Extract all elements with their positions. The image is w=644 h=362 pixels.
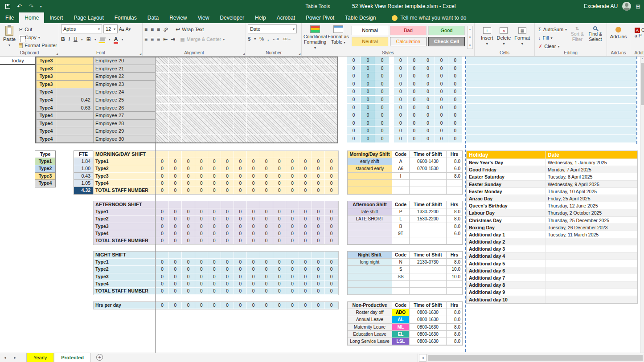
- grid-cell[interactable]: 0: [247, 266, 260, 273]
- increase-font-size-button[interactable]: A▴: [119, 27, 124, 32]
- gallery-down-button[interactable]: ▾: [469, 36, 471, 39]
- grid-cell[interactable]: 0: [182, 158, 195, 165]
- grid-cell[interactable]: 0: [208, 288, 221, 295]
- employee-type-cell[interactable]: Type3: [37, 65, 56, 73]
- code-table-header-cell[interactable]: Code: [392, 201, 410, 208]
- employee-name-cell[interactable]: Employee 21: [94, 65, 156, 73]
- grid-cell[interactable]: 0: [325, 173, 338, 180]
- shift-hrs-cell[interactable]: [447, 187, 463, 194]
- fte-total-cell[interactable]: 4.32: [74, 187, 93, 194]
- grid-cell[interactable]: 0: [221, 230, 234, 237]
- empty-cell-band[interactable]: [466, 111, 636, 119]
- grid-cell[interactable]: 0: [421, 104, 435, 112]
- grid-cell[interactable]: 0: [299, 223, 312, 230]
- employee-type-cell[interactable]: Type4: [37, 135, 56, 143]
- grid-cell[interactable]: 0: [156, 288, 169, 295]
- cut-button[interactable]: ✂ Cut: [19, 25, 57, 33]
- code-table-header-cell[interactable]: Hrs: [447, 151, 463, 158]
- grid-cell[interactable]: 0: [273, 281, 286, 288]
- grid-cell[interactable]: 0: [156, 259, 169, 266]
- grid-cell[interactable]: [221, 201, 234, 208]
- grid-cell[interactable]: 0: [286, 165, 299, 172]
- grid-cell[interactable]: [299, 201, 312, 208]
- save-icon[interactable]: [5, 4, 10, 9]
- grid-cell[interactable]: 0: [208, 173, 221, 180]
- code-table-header-cell[interactable]: Code: [392, 151, 410, 158]
- grid-cell[interactable]: 0: [208, 273, 221, 281]
- grid-cell[interactable]: 0: [169, 273, 182, 281]
- shift-time-cell[interactable]: 0800-1630: [410, 338, 447, 345]
- grid-cell[interactable]: [299, 252, 312, 259]
- employee-type-cell[interactable]: Type4: [37, 120, 56, 128]
- grid-cell[interactable]: 0: [234, 230, 247, 237]
- font-size-combobox[interactable]: 12▾: [103, 24, 118, 33]
- font-name-combobox[interactable]: Aptos▾: [61, 24, 102, 33]
- grid-cell[interactable]: 0: [260, 281, 273, 288]
- shift-hrs-cell[interactable]: 8.0: [447, 316, 463, 323]
- grid-cell[interactable]: 0: [182, 281, 195, 288]
- grid-cell[interactable]: 0: [247, 259, 260, 266]
- underline-button[interactable]: U: [74, 36, 78, 42]
- grid-cell[interactable]: 0: [234, 165, 247, 172]
- code-table-header-cell[interactable]: Hrs: [447, 302, 463, 309]
- grid-cell[interactable]: 0: [247, 180, 260, 187]
- grid-cell[interactable]: [273, 201, 286, 208]
- shift-name-cell[interactable]: [348, 223, 392, 230]
- grid-cell[interactable]: [260, 252, 273, 259]
- grid-cell[interactable]: 0: [208, 180, 221, 187]
- grid-cell[interactable]: 0: [325, 259, 338, 266]
- grid-cell[interactable]: 0: [286, 281, 299, 288]
- grid-cell[interactable]: 0: [347, 119, 361, 127]
- grid-cell[interactable]: 0: [260, 259, 273, 266]
- grid-cell[interactable]: 0: [286, 223, 299, 230]
- grid-cell[interactable]: 0: [247, 288, 260, 295]
- align-right-button[interactable]: ≡: [157, 36, 160, 42]
- grid-cell[interactable]: 0: [347, 57, 361, 65]
- find-select-button[interactable]: Find & Select: [588, 25, 603, 50]
- shift-code-cell[interactable]: ADO: [392, 309, 410, 316]
- grid-cell[interactable]: 0: [169, 259, 182, 266]
- grid-cell[interactable]: 0: [361, 111, 375, 119]
- afternoon-row-label[interactable]: Type4: [94, 230, 156, 237]
- underline-options-icon[interactable]: ▾: [81, 37, 83, 41]
- grid-cell[interactable]: 0: [273, 230, 286, 237]
- holiday-date-cell[interactable]: Wednesday, 1 January 2025: [546, 159, 637, 166]
- decrease-indent-button[interactable]: ⇤: [163, 36, 168, 42]
- grid-cell[interactable]: 0: [286, 266, 299, 273]
- grid-cell[interactable]: 0: [408, 80, 422, 88]
- grid-cell[interactable]: 0: [299, 302, 312, 309]
- grid-cell[interactable]: 0: [408, 119, 422, 127]
- grid-cell[interactable]: 0: [347, 72, 361, 80]
- grid-cell[interactable]: 0: [435, 80, 449, 88]
- wrap-text-button[interactable]: ↩ Wrap Text: [176, 26, 204, 33]
- grid-cell[interactable]: 0: [273, 302, 286, 309]
- grid-cell[interactable]: [221, 252, 234, 259]
- align-left-button[interactable]: ≡: [144, 36, 148, 42]
- shift-hrs-cell[interactable]: 8.0: [447, 259, 463, 266]
- grid-cell[interactable]: 0: [260, 180, 273, 187]
- grid-cell[interactable]: 0: [260, 187, 273, 194]
- new-sheet-button[interactable]: +: [96, 354, 103, 361]
- grid-cell[interactable]: [247, 252, 260, 259]
- employee-name-cell[interactable]: Employee 20: [94, 57, 156, 65]
- grid-cell[interactable]: 0: [361, 135, 375, 143]
- grid-cell[interactable]: 0: [448, 72, 462, 80]
- grid-cell[interactable]: 0: [361, 119, 375, 127]
- grid-cell[interactable]: 0: [299, 216, 312, 223]
- grid-cell[interactable]: 0: [169, 223, 182, 230]
- grid-cell[interactable]: 0: [208, 230, 221, 237]
- grid-cell[interactable]: 0: [169, 230, 182, 237]
- gallery-more-button[interactable]: ▾: [469, 44, 471, 47]
- employee-name-cell[interactable]: Employee 29: [94, 127, 156, 135]
- shift-code-cell[interactable]: B: [392, 223, 410, 230]
- grid-cell[interactable]: 0: [286, 208, 299, 216]
- grid-cell[interactable]: 0: [286, 187, 299, 194]
- fte-value-cell[interactable]: 1.00: [74, 165, 93, 172]
- grid-cell[interactable]: 0: [448, 104, 462, 112]
- grid-cell[interactable]: 0: [234, 173, 247, 180]
- morning-total-label[interactable]: TOTAL STAFF NUMBER: [94, 187, 156, 194]
- grid-cell[interactable]: [234, 201, 247, 208]
- grid-cell[interactable]: [273, 252, 286, 259]
- grid-cell[interactable]: 0: [394, 57, 408, 65]
- grid-cell[interactable]: 0: [408, 127, 422, 135]
